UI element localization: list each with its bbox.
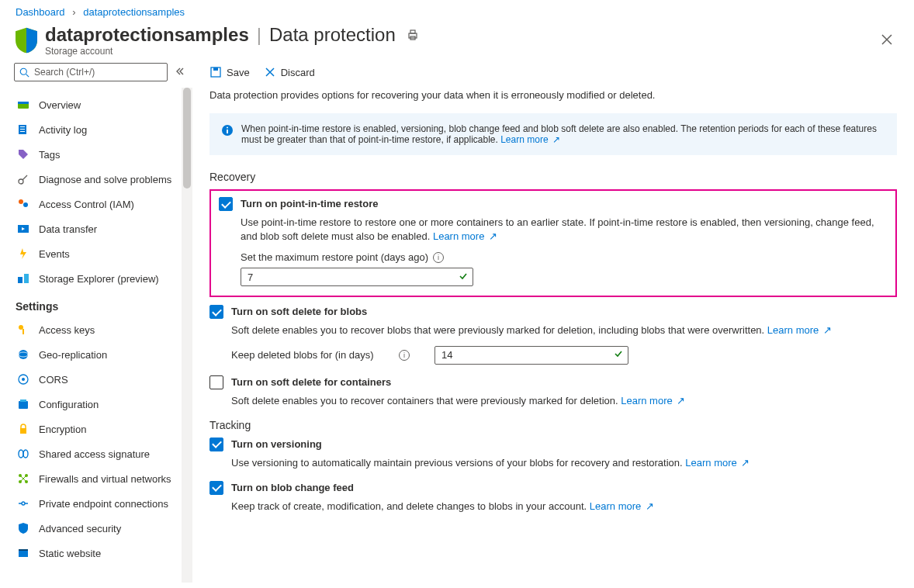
- softdelete-blobs-checkbox[interactable]: [209, 305, 223, 319]
- sidebar-item-tags[interactable]: Tags: [14, 142, 188, 167]
- versioning-label: Turn on versioning: [231, 438, 322, 450]
- discard-button[interactable]: Discard: [264, 66, 315, 78]
- main-content: Save Discard Data protection provides op…: [192, 57, 914, 583]
- save-button[interactable]: Save: [209, 66, 250, 78]
- external-link-icon: ↗: [489, 230, 497, 242]
- svg-rect-15: [18, 277, 23, 283]
- pitr-learn-more-link[interactable]: Learn more ↗: [433, 230, 497, 242]
- sidebar-item-diagnose[interactable]: Diagnose and solve problems: [14, 167, 188, 192]
- softdelete-containers-checkbox[interactable]: [209, 375, 223, 389]
- info-learn-more-link[interactable]: Learn more ↗: [500, 134, 560, 145]
- svg-rect-34: [19, 549, 28, 551]
- svg-point-22: [22, 378, 25, 381]
- globe-icon: [16, 347, 31, 362]
- cors-icon: [16, 372, 31, 387]
- keys-icon: [16, 322, 31, 337]
- svg-point-12: [19, 199, 23, 204]
- versioning-checkbox[interactable]: [209, 438, 223, 451]
- sidebar-item-firewall[interactable]: Firewalls and virtual networks: [14, 466, 188, 491]
- valid-check-icon: [459, 272, 468, 283]
- svg-rect-18: [23, 329, 24, 334]
- softdelete-blobs-field-label: Keep deleted blobs for (in days): [231, 349, 394, 361]
- svg-point-39: [227, 127, 228, 129]
- pitr-checkbox[interactable]: [219, 197, 233, 211]
- svg-rect-6: [18, 102, 29, 104]
- info-tooltip-icon[interactable]: i: [433, 252, 444, 263]
- transfer-icon: [16, 221, 31, 237]
- pep-icon: [16, 496, 31, 511]
- diagnose-icon: [16, 171, 31, 187]
- lock-icon: [16, 421, 31, 437]
- collapse-sidebar-icon[interactable]: [175, 67, 185, 78]
- search-input[interactable]: Search (Ctrl+/): [14, 63, 168, 81]
- sidebar-item-access[interactable]: Access Control (IAM): [14, 192, 188, 216]
- softdelete-blobs-learn-more-link[interactable]: Learn more ↗: [767, 324, 832, 336]
- versioning-learn-more-link[interactable]: Learn more ↗: [685, 457, 750, 469]
- discard-icon: [264, 66, 276, 78]
- external-link-icon: ↗: [677, 395, 685, 406]
- activity-icon: [16, 122, 31, 137]
- sidebar-item-sas[interactable]: Shared access signature: [14, 441, 188, 466]
- versioning-block: Turn on versioning Use versioning to aut…: [209, 438, 897, 470]
- intro-text: Data protection provides options for rec…: [209, 89, 897, 101]
- sidebar-item-cors[interactable]: CORS: [14, 367, 188, 392]
- sidebar-item-pep[interactable]: Private endpoint connections: [14, 491, 188, 516]
- svg-point-26: [19, 450, 23, 458]
- print-icon[interactable]: [407, 24, 419, 46]
- sidebar-item-config[interactable]: Configuration: [14, 392, 188, 417]
- firewall-icon: [16, 471, 31, 486]
- changefeed-label: Turn on blob change feed: [231, 481, 354, 493]
- pitr-desc: Use point-in-time restore to restore one…: [241, 216, 888, 244]
- info-tooltip-icon[interactable]: i: [399, 350, 410, 361]
- tags-icon: [16, 147, 31, 162]
- sidebar-item-explorer[interactable]: Storage Explorer (preview): [14, 266, 188, 291]
- external-link-icon: ↗: [552, 134, 560, 145]
- svg-rect-38: [227, 130, 228, 133]
- sidebar-item-static[interactable]: Static website: [14, 541, 188, 566]
- sidebar-item-encryption[interactable]: Encryption: [14, 417, 188, 441]
- svg-rect-10: [20, 131, 25, 132]
- config-icon: [16, 396, 31, 412]
- changefeed-learn-more-link[interactable]: Learn more ↗: [590, 500, 654, 512]
- changefeed-checkbox[interactable]: [209, 481, 223, 495]
- svg-rect-24: [20, 399, 26, 402]
- sidebar-item-accesskeys[interactable]: Access keys: [14, 317, 188, 342]
- svg-point-32: [22, 502, 25, 505]
- sas-icon: [16, 446, 31, 462]
- page-title: dataprotectionsamples | Data protection: [45, 24, 875, 46]
- search-icon: [19, 67, 29, 78]
- svg-line-4: [26, 74, 29, 77]
- sidebar-item-advsec[interactable]: Advanced security: [14, 516, 188, 541]
- breadcrumb-current[interactable]: dataprotectionsamples: [83, 6, 185, 18]
- sidebar-item-events[interactable]: Events: [14, 241, 188, 266]
- tracking-heading: Tracking: [209, 419, 897, 431]
- breadcrumb-root[interactable]: Dashboard: [16, 6, 65, 18]
- valid-check-icon: [614, 349, 623, 361]
- access-icon: [16, 196, 31, 212]
- softdelete-containers-label: Turn on soft delete for containers: [231, 375, 391, 388]
- softdelete-containers-learn-more-link[interactable]: Learn more ↗: [621, 395, 685, 406]
- svg-rect-23: [19, 401, 28, 409]
- sidebar-section-settings: Settings: [16, 300, 188, 313]
- sidebar-item-activity[interactable]: Activity log: [14, 117, 188, 142]
- page-header: dataprotectionsamples | Data protection …: [0, 21, 914, 57]
- toolbar: Save Discard: [209, 66, 897, 78]
- svg-point-27: [23, 450, 28, 458]
- explorer-icon: [16, 271, 31, 286]
- softdelete-blobs-days-input[interactable]: 14: [434, 346, 628, 365]
- softdelete-containers-block: Turn on soft delete for containers Soft …: [209, 375, 897, 408]
- pitr-field-label: Set the maximum restore point (days ago): [241, 251, 428, 263]
- softdelete-containers-desc: Soft delete enables you to recover conta…: [231, 394, 897, 408]
- breadcrumb: Dashboard › dataprotectionsamples: [0, 0, 914, 21]
- sidebar-item-transfer[interactable]: Data transfer: [14, 216, 188, 241]
- static-icon: [16, 545, 31, 561]
- sidebar-scrollbar[interactable]: [182, 88, 192, 583]
- sidebar-item-geo[interactable]: Geo-replication: [14, 342, 188, 367]
- close-icon[interactable]: [875, 26, 898, 55]
- svg-rect-16: [24, 274, 29, 283]
- pitr-days-input[interactable]: 7: [241, 268, 473, 286]
- external-link-icon: ↗: [741, 457, 750, 469]
- external-link-icon: ↗: [823, 324, 832, 336]
- sidebar-item-overview[interactable]: Overview: [14, 92, 188, 117]
- changefeed-block: Turn on blob change feed Keep track of c…: [209, 481, 897, 514]
